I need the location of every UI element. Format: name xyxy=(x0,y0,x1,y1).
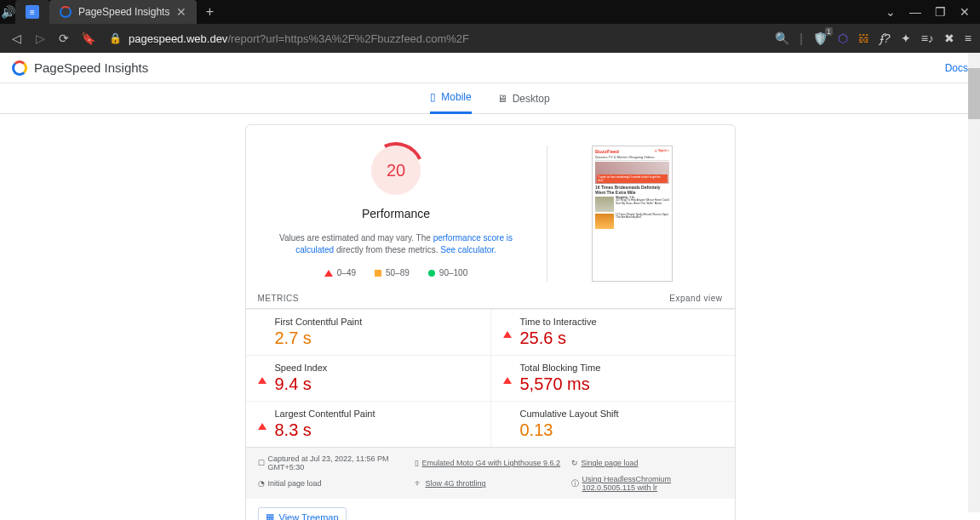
desktop-icon: 🖥 xyxy=(497,93,507,105)
score-panel: 20 Performance Values are estimated and … xyxy=(263,146,547,282)
tab-desktop[interactable]: 🖥 Desktop xyxy=(497,83,550,114)
metrics-grid: First Contentful Paint2.7 sTime to Inter… xyxy=(246,308,735,447)
metric-name: Cumulative Layout Shift xyxy=(520,409,723,419)
info-icon: ⓘ xyxy=(571,478,579,489)
wifi-icon: ᯤ xyxy=(415,479,422,488)
chevron-down-icon[interactable]: ⌄ xyxy=(885,5,896,19)
docs-link[interactable]: Docs xyxy=(945,62,968,74)
gauge-value: 20 xyxy=(387,161,405,180)
zoom-search-icon[interactable]: 🔍 xyxy=(775,31,789,45)
square-orange-icon xyxy=(375,270,381,277)
metric-name: First Contentful Paint xyxy=(275,317,479,327)
brave-shield-icon[interactable]: 🛡️1 xyxy=(813,31,828,45)
bookmark-icon[interactable]: 🔖 xyxy=(80,31,95,45)
maximize-icon[interactable]: ❐ xyxy=(935,5,946,19)
browser-tab-docs[interactable]: ≡ xyxy=(15,0,49,24)
metric-name: Total Blocking Time xyxy=(520,363,723,373)
circle-green-icon xyxy=(428,270,435,277)
reader-icon[interactable]: ≡♪ xyxy=(921,31,934,45)
env-chrome-link[interactable]: Using HeadlessChromium 102.0.5005.115 wi… xyxy=(582,475,723,492)
browser-chrome: 🔊 ≡ PageSpeed Insights ✕ + ⌄ ― ❐ ✕ ◁ ▷ ⟳… xyxy=(0,0,980,53)
forward-icon[interactable]: ▷ xyxy=(32,31,48,45)
psi-title: PageSpeed Insights xyxy=(34,60,148,75)
reload-icon[interactable]: ⟳ xyxy=(56,31,72,45)
metric-row: First Contentful Paint2.7 s xyxy=(246,309,490,355)
extensions-icon[interactable]: ✦ xyxy=(901,31,911,45)
triangle-red-icon xyxy=(503,364,512,377)
browser-tab-psi[interactable]: PageSpeed Insights ✕ xyxy=(49,0,197,24)
metric-value: 9.4 s xyxy=(275,374,479,394)
calendar-icon: ☐ xyxy=(258,459,265,467)
scrollbar-thumb[interactable] xyxy=(968,68,980,119)
audio-icon[interactable]: 🔊 xyxy=(0,5,15,19)
metric-value: 2.7 s xyxy=(275,329,479,348)
metric-row: Total Blocking Time5,570 ms xyxy=(490,355,735,401)
triangle-red-icon xyxy=(503,318,512,331)
score-note: Values are estimated and may vary. The p… xyxy=(263,232,530,256)
tab-mobile-label: Mobile xyxy=(441,91,471,103)
script-icon[interactable]: ʄ? xyxy=(880,31,891,45)
performance-gauge: 20 xyxy=(371,146,421,195)
close-icon[interactable]: ✕ xyxy=(176,5,186,19)
metric-value: 8.3 s xyxy=(275,420,479,440)
mobile-icon: ▯ xyxy=(430,91,436,103)
minimize-icon[interactable]: ― xyxy=(909,5,921,19)
url-text: pagespeed.web.dev/report?url=https%3A%2F… xyxy=(129,32,469,45)
score-legend: 0–49 50–89 90–100 xyxy=(324,268,467,277)
metric-row: Cumulative Layout Shift0.13 xyxy=(490,401,735,447)
rss-icon[interactable]: 𝍌 xyxy=(858,31,869,45)
score-label: Performance xyxy=(362,207,430,220)
device-icon: ▯ xyxy=(415,459,419,467)
see-calculator-link[interactable]: See calculator. xyxy=(440,245,496,254)
metric-name: Time to Interactive xyxy=(520,317,723,327)
triangle-red-icon xyxy=(258,410,266,423)
env-device-link[interactable]: Emulated Moto G4 with Lighthouse 9.6.2 xyxy=(422,459,561,467)
psi-favicon xyxy=(60,6,72,18)
environment-panel: ☐Captured at Jul 23, 2022, 11:56 PM GMT+… xyxy=(246,447,735,499)
page-preview: BuzzFeed◎ Sign In ▾ Quizzes TV & Movies … xyxy=(592,146,673,282)
triangle-red-icon xyxy=(258,364,266,377)
psi-header: PageSpeed Insights Docs xyxy=(0,53,980,83)
window-controls: ⌄ ― ❐ ✕ xyxy=(885,5,980,19)
metric-value: 0.13 xyxy=(520,420,723,440)
metrics-heading: METRICS xyxy=(258,294,300,303)
psi-logo-icon xyxy=(12,60,27,76)
app-icon[interactable]: ✖ xyxy=(944,31,954,45)
tab-bar: 🔊 ≡ PageSpeed Insights ✕ + ⌄ ― ❐ ✕ xyxy=(0,0,980,24)
menu-icon[interactable]: ≡ xyxy=(965,31,971,45)
docs-icon: ≡ xyxy=(26,5,39,19)
tab-title: PageSpeed Insights xyxy=(78,6,169,18)
url-bar[interactable]: 🔒 pagespeed.web.dev/report?url=https%3A%… xyxy=(104,32,766,45)
env-throttle-link[interactable]: Slow 4G throttling xyxy=(426,479,486,488)
divider: | xyxy=(799,31,803,45)
wallet-icon[interactable]: ⬡ xyxy=(838,31,848,45)
lock-icon: 🔒 xyxy=(109,32,122,44)
treemap-icon: ▦ xyxy=(266,511,274,520)
new-tab-button[interactable]: + xyxy=(202,4,217,20)
report-card: 20 Performance Values are estimated and … xyxy=(245,124,736,520)
device-tabs: ▯ Mobile 🖥 Desktop xyxy=(0,83,980,114)
metric-value: 5,570 ms xyxy=(520,374,723,394)
page-scrollbar[interactable] xyxy=(968,53,980,512)
env-load-link[interactable]: Single page load xyxy=(582,459,639,467)
view-treemap-button[interactable]: ▦ View Treemap xyxy=(258,507,347,520)
metric-name: Largest Contentful Paint xyxy=(275,409,479,419)
tab-desktop-label: Desktop xyxy=(513,93,550,105)
metric-name: Speed Index xyxy=(275,363,479,373)
metric-row: Time to Interactive25.6 s xyxy=(490,309,735,355)
tab-mobile[interactable]: ▯ Mobile xyxy=(430,83,471,114)
metric-value: 25.6 s xyxy=(520,329,723,348)
nav-bar: ◁ ▷ ⟳ 🔖 🔒 pagespeed.web.dev/report?url=h… xyxy=(0,24,980,53)
metric-row: Speed Index9.4 s xyxy=(246,355,490,401)
clock-icon: ◔ xyxy=(258,479,265,488)
expand-view-link[interactable]: Expand view xyxy=(669,294,722,303)
back-icon[interactable]: ◁ xyxy=(9,31,24,45)
metric-row: Largest Contentful Paint8.3 s xyxy=(246,401,490,447)
close-window-icon[interactable]: ✕ xyxy=(960,5,970,19)
reload-small-icon: ↻ xyxy=(571,459,578,467)
triangle-red-icon xyxy=(324,270,333,277)
